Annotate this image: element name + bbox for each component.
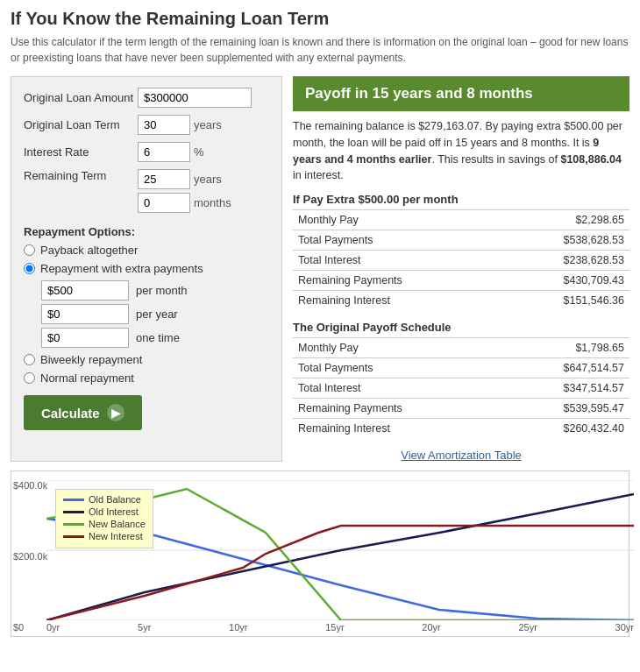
payoff-description: The remaining balance is $279,163.07. By… — [293, 118, 629, 184]
new-balance-line — [63, 523, 84, 526]
payoff-desc-3: in interest. — [293, 169, 344, 181]
remaining-years-row: years — [138, 169, 231, 189]
calculate-arrow-icon: ▶ — [107, 404, 124, 421]
payoff-desc-2: . This results in savings of — [431, 153, 560, 166]
interest-rate-label: Interest Rate — [24, 145, 138, 159]
chart-legend: Old Balance Old Interest New Balance New… — [55, 489, 153, 548]
y-label-mid: $200.0k — [13, 551, 47, 562]
remaining-months-input[interactable] — [138, 193, 190, 213]
option-extra-row: Repayment with extra payments — [24, 262, 269, 275]
row-label: Total Payments — [293, 358, 501, 378]
extra-year-row: per year — [41, 304, 269, 324]
x-label-0: 0yr — [46, 622, 60, 633]
x-label-20: 20yr — [422, 622, 440, 633]
page-title: If You Know the Remaining Loan Term — [11, 9, 629, 29]
new-balance-label: New Balance — [89, 519, 146, 529]
original-term-unit: years — [194, 118, 222, 131]
extra-month-row: per month — [41, 280, 269, 301]
page-subtitle: Use this calculator if the term length o… — [11, 34, 629, 66]
option-biweekly-label: Biweekly repayment — [40, 353, 142, 366]
legend-old-balance: Old Balance — [63, 494, 146, 505]
extra-inputs-section: per month per year one time — [41, 280, 269, 348]
original-loan-label: Original Loan Amount — [24, 91, 138, 104]
y-label-top: $400.0k — [13, 480, 47, 491]
x-label-30: 30yr — [615, 622, 634, 633]
remaining-years-unit: years — [194, 173, 222, 186]
interest-rate-input[interactable] — [138, 142, 190, 162]
row-value: $647,514.57 — [501, 358, 629, 378]
row-label: Monthly Pay — [293, 338, 501, 358]
row-value: $260,432.40 — [501, 419, 629, 439]
option-payback-radio[interactable] — [24, 244, 35, 256]
remaining-term-inputs: years months — [138, 169, 231, 216]
chart-area: $400.0k $200.0k $0 Old Balance Old Inter… — [11, 470, 629, 637]
new-interest-line — [63, 535, 84, 538]
results-panel: Payoff in 15 years and 8 months The rema… — [293, 76, 629, 462]
extra-month-label: per month — [136, 284, 188, 297]
option-biweekly-radio[interactable] — [24, 354, 35, 365]
row-value: $151,546.36 — [501, 291, 629, 311]
table-row: Total Payments$538,628.53 — [293, 230, 629, 251]
option-extra-label: Repayment with extra payments — [40, 262, 203, 275]
row-label: Total Interest — [293, 378, 501, 399]
table-row: Monthly Pay$1,798.65 — [293, 338, 629, 358]
original-table-title: The Original Payoff Schedule — [293, 321, 629, 334]
x-label-10: 10yr — [229, 622, 247, 633]
table-row: Monthly Pay$2,298.65 — [293, 210, 629, 230]
original-term-input[interactable] — [138, 115, 190, 135]
original-table-section: The Original Payoff Schedule Monthly Pay… — [293, 321, 629, 438]
extra-table-title: If Pay Extra $500.00 per month — [293, 193, 629, 206]
payoff-header: Payoff in 15 years and 8 months — [293, 76, 629, 111]
extra-month-input[interactable] — [41, 280, 129, 301]
row-value: $539,595.47 — [501, 399, 629, 419]
row-label: Remaining Payments — [293, 399, 501, 419]
new-interest-label: New Interest — [89, 531, 143, 541]
row-value: $347,514.57 — [501, 378, 629, 399]
x-label-5: 5yr — [138, 622, 151, 633]
row-label: Total Payments — [293, 230, 501, 251]
interest-rate-row: Interest Rate % — [24, 142, 269, 162]
row-label: Remaining Payments — [293, 271, 501, 291]
x-label-15: 15yr — [325, 622, 344, 633]
table-row: Remaining Payments$430,709.43 — [293, 271, 629, 291]
option-normal-row: Normal repayment — [24, 371, 269, 385]
table-row: Remaining Interest$260,432.40 — [293, 419, 629, 439]
table-row: Remaining Payments$539,595.47 — [293, 399, 629, 419]
repayment-options-label: Repayment Options: — [24, 225, 269, 238]
legend-new-interest: New Interest — [63, 531, 146, 541]
option-biweekly-row: Biweekly repayment — [24, 353, 269, 366]
table-row: Total Interest$347,514.57 — [293, 378, 629, 399]
extra-year-input[interactable] — [41, 304, 129, 324]
remaining-term-row: Remaining Term years months — [24, 169, 269, 216]
payoff-desc-1: The remaining balance is $279,163.07. By… — [293, 120, 622, 149]
table-row: Total Interest$238,628.53 — [293, 251, 629, 271]
amortization-link[interactable]: View Amortization Table — [293, 449, 629, 462]
row-value: $1,798.65 — [501, 338, 629, 358]
original-loan-input[interactable] — [138, 88, 252, 108]
remaining-years-input[interactable] — [138, 169, 190, 189]
original-table: Monthly Pay$1,798.65Total Payments$647,5… — [293, 337, 629, 438]
remaining-months-row: months — [138, 193, 231, 213]
extra-once-row: one time — [41, 328, 269, 348]
legend-new-balance: New Balance — [63, 519, 146, 529]
chart-inner: Old Balance Old Interest New Balance New… — [46, 480, 634, 620]
legend-old-interest: Old Interest — [63, 506, 146, 517]
option-extra-radio[interactable] — [24, 263, 35, 274]
extra-once-input[interactable] — [41, 328, 129, 348]
row-value: $538,628.53 — [501, 230, 629, 251]
table-row: Remaining Interest$151,546.36 — [293, 291, 629, 311]
calculator-form: Original Loan Amount Original Loan Term … — [11, 76, 282, 462]
row-label: Monthly Pay — [293, 210, 501, 230]
y-label-bottom: $0 — [13, 622, 47, 633]
option-normal-label: Normal repayment — [40, 371, 134, 385]
calculate-button[interactable]: Calculate ▶ — [24, 395, 142, 430]
old-balance-label: Old Balance — [89, 494, 141, 505]
interest-rate-unit: % — [194, 145, 204, 159]
old-interest-line — [63, 511, 84, 513]
option-payback-label: Payback altogether — [40, 244, 138, 257]
calculate-button-label: Calculate — [41, 406, 100, 421]
remaining-months-unit: months — [194, 196, 231, 209]
extra-once-label: one time — [136, 331, 180, 344]
row-value: $2,298.65 — [501, 210, 629, 230]
option-normal-radio[interactable] — [24, 372, 35, 384]
